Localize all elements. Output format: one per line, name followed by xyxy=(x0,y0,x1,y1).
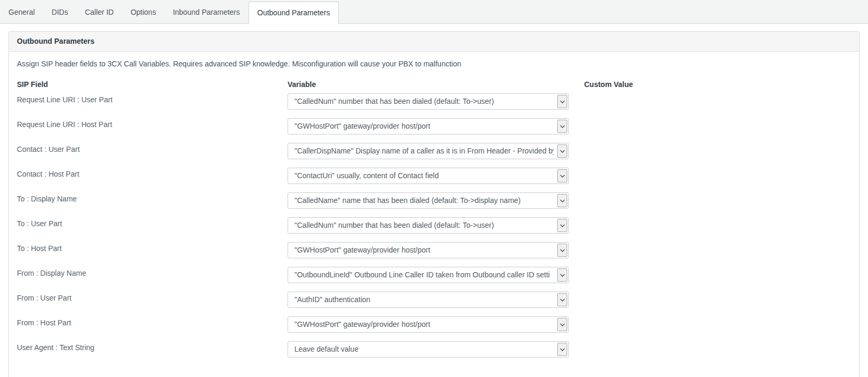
custom-value-cell xyxy=(584,242,851,243)
sip-mapping-row: To : Display Name "CalledName" name that… xyxy=(17,192,851,217)
tab-outbound-parameters[interactable]: Outbound Parameters xyxy=(249,2,339,24)
column-header-variable: Variable xyxy=(288,80,584,89)
custom-value-cell xyxy=(584,341,851,342)
sip-field-label: Contact : User Part xyxy=(17,143,288,154)
custom-value-cell xyxy=(584,192,851,193)
chevron-down-icon[interactable] xyxy=(557,244,567,257)
sip-field-label: To : Host Part xyxy=(17,242,288,253)
chevron-down-icon[interactable] xyxy=(557,343,567,356)
chevron-down-icon[interactable] xyxy=(557,194,567,207)
tab-bar: General DIDs Caller ID Options Inbound P… xyxy=(0,0,868,24)
sip-mapping-row: From : Display Name "OutboundLineId" Out… xyxy=(17,267,851,292)
sip-mapping-row: Request Line URI : User Part "CalledNum"… xyxy=(17,93,851,118)
sip-mapping-row: Contact : User Part "CallerDispName" Dis… xyxy=(17,143,851,168)
outbound-parameters-panel: Outbound Parameters Assign SIP header fi… xyxy=(8,31,860,377)
variable-select-value: "GWHostPort" gateway/provider host/port xyxy=(294,246,554,254)
chevron-down-icon[interactable] xyxy=(557,120,567,133)
chevron-down-icon[interactable] xyxy=(557,95,567,108)
variable-cell: "GWHostPort" gateway/provider host/port xyxy=(288,242,584,258)
variable-select[interactable]: "CalledName" name that has been dialed (… xyxy=(288,192,569,209)
variable-select-value: "CalledName" name that has been dialed (… xyxy=(294,196,554,205)
custom-value-cell xyxy=(584,93,851,94)
variable-cell: Leave default value xyxy=(288,341,584,357)
help-text: Assign SIP header fields to 3CX Call Var… xyxy=(17,60,851,69)
custom-value-cell xyxy=(584,168,851,168)
sip-field-label: Request Line URI : User Part xyxy=(17,93,288,104)
variable-select[interactable]: "GWHostPort" gateway/provider host/port xyxy=(288,118,569,134)
sip-field-label: From : Host Part xyxy=(17,316,288,327)
custom-value-cell xyxy=(584,118,851,119)
chevron-down-icon[interactable] xyxy=(557,318,567,331)
chevron-down-icon[interactable] xyxy=(557,293,567,306)
variable-select[interactable]: Leave default value xyxy=(288,341,569,357)
variable-select[interactable]: "CalledNum" number that has been dialed … xyxy=(288,217,569,234)
tab-options[interactable]: Options xyxy=(122,2,164,23)
variable-select[interactable]: "ContactUri" usually, content of Contact… xyxy=(288,168,569,184)
custom-value-cell xyxy=(584,143,851,143)
column-header-row: SIP Field Variable Custom Value xyxy=(17,80,851,89)
variable-cell: "CalledNum" number that has been dialed … xyxy=(288,217,584,234)
sip-field-label: Contact : Host Part xyxy=(17,168,288,179)
panel-title: Outbound Parameters xyxy=(9,32,859,52)
sip-mapping-row: From : User Part "AuthID" authentication xyxy=(17,292,851,316)
variable-cell: "GWHostPort" gateway/provider host/port xyxy=(288,118,584,134)
variable-cell: "ContactUri" usually, content of Contact… xyxy=(288,168,584,184)
sip-field-label: Request Line URI : Host Part xyxy=(17,118,288,129)
variable-select[interactable]: "AuthID" authentication xyxy=(288,292,569,308)
sip-field-label: From : User Part xyxy=(17,292,288,303)
variable-cell: "OutboundLineId" Outbound Line Caller ID… xyxy=(288,267,584,283)
variable-select-value: "CalledNum" number that has been dialed … xyxy=(294,97,554,105)
variable-cell: "CallerDispName" Display name of a calle… xyxy=(288,143,584,159)
sip-mapping-rows: Request Line URI : User Part "CalledNum"… xyxy=(17,93,851,366)
sip-field-label: To : User Part xyxy=(17,217,288,228)
panel-body: Assign SIP header fields to 3CX Call Var… xyxy=(9,52,859,374)
tab-inbound-parameters[interactable]: Inbound Parameters xyxy=(165,2,249,23)
tab-general[interactable]: General xyxy=(0,2,43,23)
sip-field-label: To : Display Name xyxy=(17,192,288,204)
variable-select-value: "ContactUri" usually, content of Contact… xyxy=(294,171,554,180)
custom-value-cell xyxy=(584,217,851,218)
variable-select-value: "GWHostPort" gateway/provider host/port xyxy=(294,320,554,328)
variable-select-value: Leave default value xyxy=(294,345,554,353)
sip-mapping-row: To : Host Part "GWHostPort" gateway/prov… xyxy=(17,242,851,267)
variable-select-value: "CalledNum" number that has been dialed … xyxy=(294,221,554,229)
sip-mapping-row: From : Host Part "GWHostPort" gateway/pr… xyxy=(17,316,851,341)
sip-mapping-row: To : User Part "CalledNum" number that h… xyxy=(17,217,851,242)
variable-select-value: "OutboundLineId" Outbound Line Caller ID… xyxy=(294,270,554,279)
column-header-custom-value: Custom Value xyxy=(584,80,851,89)
column-header-sip-field: SIP Field xyxy=(17,80,288,89)
variable-select[interactable]: "OutboundLineId" Outbound Line Caller ID… xyxy=(288,267,569,283)
custom-value-cell xyxy=(584,267,851,267)
sip-mapping-row: Request Line URI : Host Part "GWHostPort… xyxy=(17,118,851,143)
variable-cell: "GWHostPort" gateway/provider host/port xyxy=(288,316,584,333)
variable-select-value: "CallerDispName" Display name of a calle… xyxy=(294,147,554,155)
tab-caller-id[interactable]: Caller ID xyxy=(77,2,122,23)
variable-select[interactable]: "GWHostPort" gateway/provider host/port xyxy=(288,242,569,258)
sip-field-label: User Agent : Text String xyxy=(17,341,288,352)
variable-select[interactable]: "CallerDispName" Display name of a calle… xyxy=(288,143,569,159)
custom-value-cell xyxy=(584,292,851,292)
chevron-down-icon[interactable] xyxy=(557,219,567,232)
chevron-down-icon[interactable] xyxy=(557,144,567,158)
variable-select[interactable]: "CalledNum" number that has been dialed … xyxy=(288,93,569,110)
chevron-down-icon[interactable] xyxy=(557,169,567,182)
variable-cell: "CalledName" name that has been dialed (… xyxy=(288,192,584,209)
variable-cell: "AuthID" authentication xyxy=(288,292,584,308)
sip-mapping-row: User Agent : Text String Leave default v… xyxy=(17,341,851,366)
variable-cell: "CalledNum" number that has been dialed … xyxy=(288,93,584,110)
variable-select-value: "AuthID" authentication xyxy=(294,295,554,304)
sip-mapping-row: Contact : Host Part "ContactUri" usually… xyxy=(17,168,851,192)
chevron-down-icon[interactable] xyxy=(557,268,567,282)
tab-dids[interactable]: DIDs xyxy=(43,2,77,23)
sip-field-label: From : Display Name xyxy=(17,267,288,278)
variable-select[interactable]: "GWHostPort" gateway/provider host/port xyxy=(288,316,569,333)
custom-value-cell xyxy=(584,316,851,317)
variable-select-value: "GWHostPort" gateway/provider host/port xyxy=(294,122,554,130)
